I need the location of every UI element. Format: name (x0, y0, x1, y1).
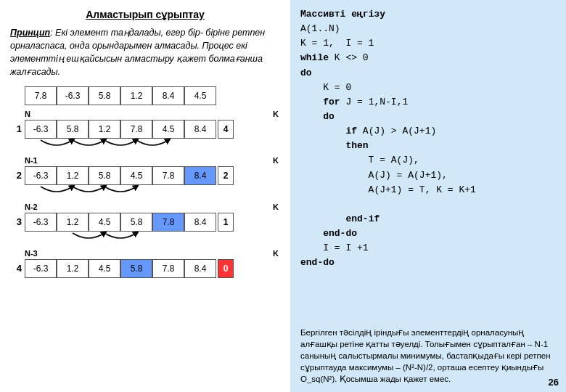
arrow-path (104, 187, 136, 192)
cell: 5.8 (120, 259, 152, 278)
cell: 4.5 (89, 259, 120, 278)
cell: -6.3 (25, 213, 57, 232)
page-number: 26 (549, 377, 559, 388)
cell: 7.8 (120, 120, 152, 139)
cell: 1.2 (89, 120, 120, 139)
code-line-4: K = 0 (300, 81, 556, 95)
code-line-1: K = 1, I = 1 (300, 36, 556, 51)
code-line-10: A(J) = A(J+1), (300, 168, 556, 183)
code-line-13: end-if (300, 212, 556, 226)
cells: -6.31.25.84.57.88.4 (25, 166, 216, 185)
arrows-container (25, 232, 280, 246)
cell: 8.4 (152, 86, 184, 105)
cells: -6.31.24.55.87.88.4 (25, 259, 216, 278)
cell: 8.4 (184, 120, 216, 139)
arrows-svg (25, 232, 228, 246)
cell: 4.5 (184, 86, 216, 105)
code-line-16: end-do (300, 256, 556, 270)
k-value: 1 (218, 213, 234, 232)
n-label-row: N-1K (25, 155, 280, 166)
code-line-3: do (300, 66, 556, 81)
left-panel: Алмастырып сұрыптау Принцип: Екі элемент… (0, 0, 290, 392)
cell: 4.5 (152, 120, 184, 139)
code-line-7: if A(J) > A(J+1) (300, 124, 556, 139)
cell: 4.5 (89, 213, 120, 232)
cell: 1.2 (57, 259, 89, 278)
keyword: if (345, 126, 357, 136)
k-value: 4 (218, 120, 234, 139)
arrows-svg (25, 185, 228, 200)
keyword: do (300, 68, 312, 78)
k-value: 2 (218, 166, 234, 185)
arrows-svg (25, 139, 228, 153)
k-label: K (273, 156, 279, 165)
cell: 5.8 (57, 120, 89, 139)
arrow-path (73, 233, 104, 238)
arrow-path (136, 140, 168, 145)
row-label: 2 (10, 170, 22, 181)
row-label: 4 (10, 263, 22, 274)
n-label-row: N-2K (25, 201, 280, 213)
arrow-path (41, 187, 73, 192)
cell: 5.8 (120, 213, 152, 232)
cells: -6.31.24.55.87.88.4 (25, 213, 216, 232)
n-label-row: NK (25, 108, 280, 120)
arrows-container (25, 185, 280, 200)
cell: 7.8 (152, 259, 184, 278)
code-line-0: A(1..N) (300, 22, 556, 36)
step-block-2: N-1K2-6.31.25.84.57.88.42 (10, 155, 280, 200)
code-line-11: A(J+1) = T, K = K+1 (300, 183, 556, 197)
step-block-1: NK1-6.35.81.27.84.58.44 (10, 108, 280, 153)
cell: 1.2 (120, 86, 152, 105)
code-line-6: do (300, 110, 556, 124)
k-value: 0 (218, 259, 234, 278)
n-label-row: N-3K (25, 248, 280, 259)
cell: -6.3 (25, 166, 57, 185)
page-title: Алмастырып сұрыптау (10, 9, 280, 20)
arrow-path (104, 140, 136, 145)
cell: 5.8 (89, 166, 120, 185)
keyword: then (345, 140, 368, 151)
keyword: end-if (345, 213, 380, 224)
description: Бергілген тәсілдің іріндығы элементтерді… (300, 327, 556, 385)
keyword: end-do (323, 228, 357, 239)
code-line-2: while K <> 0 (300, 51, 556, 65)
step-block-4: N-3K4-6.31.24.55.87.88.40 (10, 248, 280, 293)
k-label: K (273, 110, 279, 118)
array-row: 1-6.35.81.27.84.58.44 (10, 120, 280, 139)
cell: 7.8 (152, 213, 184, 232)
arrow-path (41, 140, 73, 145)
arrow-path (73, 187, 104, 192)
arrow-path (73, 140, 104, 145)
code-line-title: Массивті еңгізу (300, 7, 556, 22)
k-label: K (273, 203, 279, 211)
arrows-container (25, 139, 280, 153)
keyword: while (300, 52, 329, 63)
cell: -6.3 (25, 259, 57, 278)
right-panel: Массивті еңгізуA(1..N)K = 1, I = 1while … (290, 0, 566, 392)
arrows-container (25, 278, 280, 293)
cell: 5.8 (89, 86, 120, 105)
principle-text: Принцип: Екі элемент таңдалады, егер бір… (10, 26, 280, 79)
cell: 8.4 (184, 259, 216, 278)
code-line-9: T = A(J), (300, 153, 556, 168)
code-line-15: I = I +1 (300, 241, 556, 256)
n-label: N-1 (25, 156, 38, 165)
code-line-12 (300, 197, 556, 212)
cell: 1.2 (57, 213, 89, 232)
keyword: do (323, 111, 335, 122)
step-block-3: N-2K3-6.31.24.55.87.88.41 (10, 201, 280, 246)
array-row: 3-6.31.24.55.87.88.41 (10, 213, 280, 232)
code-line-8: then (300, 139, 556, 153)
initial-array: 7.8-6.35.81.28.44.5 (25, 86, 280, 105)
cell: 1.2 (57, 166, 89, 185)
row-label: 3 (10, 216, 22, 227)
cell: -6.3 (25, 120, 57, 139)
arrow-path (104, 233, 136, 238)
arrows-svg (25, 278, 228, 293)
cell: 8.4 (184, 166, 216, 185)
n-label: N (25, 110, 30, 118)
n-label: N-2 (25, 203, 38, 211)
row-label: 1 (10, 123, 22, 134)
cell: -6.3 (57, 86, 89, 105)
